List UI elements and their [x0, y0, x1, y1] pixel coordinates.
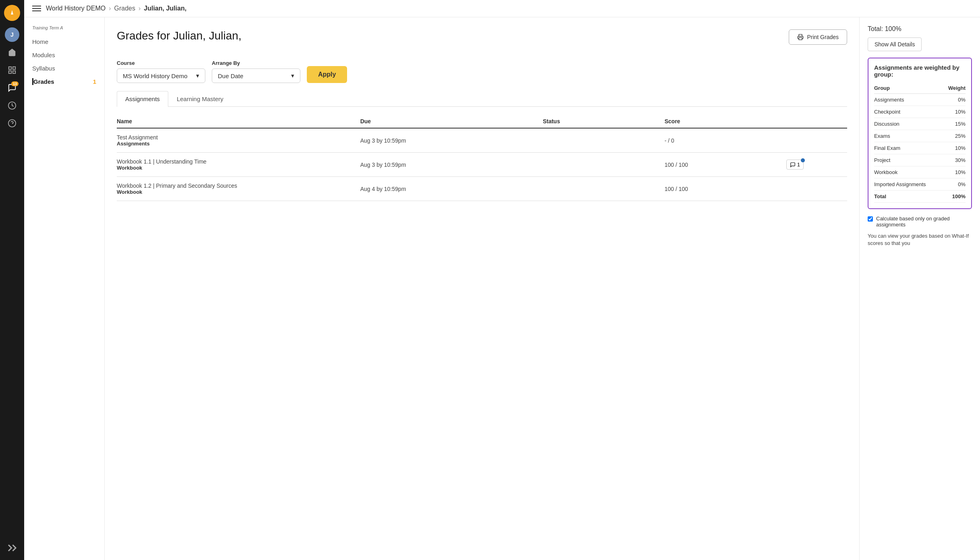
apply-button[interactable]: Apply	[307, 66, 347, 83]
svg-rect-2	[9, 67, 11, 69]
weights-col-weight: Weight	[943, 83, 966, 94]
modules-nav-icon[interactable]	[5, 63, 19, 77]
weights-table-row: Exams25%	[874, 130, 966, 142]
course-filter-chevron: ▾	[196, 72, 199, 79]
assignment-name-cell: Workbook 1.2 | Primary and Secondary Sou…	[117, 183, 360, 195]
show-all-details-button[interactable]: Show All Details	[868, 37, 922, 51]
breadcrumb-course[interactable]: World History DEMO	[46, 5, 105, 12]
weights-table: Group Weight Assignments0%Checkpoint10%D…	[874, 83, 966, 203]
filters: Course MS World History Demo ▾ Arrange B…	[117, 60, 847, 83]
sidebar-item-syllabus[interactable]: Syllabus	[24, 62, 104, 75]
table-row: Workbook 1.1 | Understanding Time Workbo…	[117, 153, 847, 177]
weights-group: Workbook	[874, 166, 943, 178]
term-label: Training Term A	[24, 24, 104, 35]
sidebar-collapse-button[interactable]	[5, 541, 19, 555]
calc-checkbox-input[interactable]	[868, 216, 873, 222]
arrange-filter-label: Arrange By	[212, 60, 300, 66]
weights-col-group: Group	[874, 83, 943, 94]
sidebar-item-home[interactable]: Home	[24, 35, 104, 48]
home-nav-icon[interactable]	[5, 45, 19, 60]
arrange-filter-chevron: ▾	[291, 72, 294, 79]
course-filter-group: Course MS World History Demo ▾	[117, 60, 205, 83]
score-cell: 100 / 100	[665, 186, 786, 192]
weights-box: Assignments are weighted by group: Group…	[868, 58, 972, 209]
help-nav-icon[interactable]	[5, 116, 19, 131]
sidebar: J 13	[0, 0, 24, 560]
breadcrumb-section[interactable]: Grades	[114, 5, 135, 12]
assignment-group: Assignments	[117, 141, 360, 147]
calc-checkbox-label: Calculate based only on graded assignmen…	[876, 216, 972, 228]
weights-table-row: Discussion15%	[874, 118, 966, 130]
col-score: Score	[665, 118, 786, 124]
weights-table-row: Imported Assignments0%	[874, 178, 966, 191]
comment-icon	[790, 162, 796, 168]
course-filter-select[interactable]: MS World History Demo ▾	[117, 68, 205, 83]
weights-table-row: Workbook10%	[874, 166, 966, 178]
arrange-filter-select[interactable]: Due Date ▾	[212, 68, 300, 83]
assignment-name[interactable]: Test Assignment	[117, 134, 360, 141]
what-if-text: You can view your grades based on What-I…	[868, 232, 972, 247]
page-title: Grades for Julian, Julian,	[117, 29, 242, 42]
comment-dot	[801, 158, 805, 162]
print-grades-button[interactable]: Print Grades	[789, 29, 847, 45]
main-content: Grades for Julian, Julian, Print Grades …	[105, 17, 859, 560]
weights-table-row: Assignments0%	[874, 94, 966, 106]
sidebar-item-modules[interactable]: Modules	[24, 48, 104, 62]
weights-table-row: Checkpoint10%	[874, 106, 966, 118]
sidebar-item-grades-row: Grades 1	[24, 75, 104, 88]
col-due: Due	[360, 118, 543, 124]
weights-group: Checkpoint	[874, 106, 943, 118]
inbox-badge: 13	[11, 81, 19, 86]
score-cell: - / 0	[665, 137, 786, 144]
assignment-name-cell: Test Assignment Assignments	[117, 134, 360, 147]
breadcrumb-current: Julian, Julian,	[144, 5, 186, 12]
weights-weight: 10%	[943, 142, 966, 154]
total-label: Total: 100%	[868, 25, 972, 33]
weights-table-row: Total100%	[874, 191, 966, 203]
due-date: Aug 4 by 10:59pm	[360, 186, 543, 192]
weights-weight: 0%	[943, 94, 966, 106]
comment-count: 1	[797, 162, 800, 168]
score-cell: 100 / 100	[665, 162, 786, 168]
weights-group: Exams	[874, 130, 943, 142]
content-wrapper: Training Term A Home Modules Syllabus Gr…	[24, 17, 980, 560]
weights-weight: 30%	[943, 154, 966, 166]
assignment-name-cell: Workbook 1.1 | Understanding Time Workbo…	[117, 158, 360, 171]
comment-button[interactable]: 1	[786, 160, 804, 170]
tab-assignments[interactable]: Assignments	[117, 91, 168, 107]
hamburger-menu[interactable]	[32, 6, 41, 11]
table-row: Workbook 1.2 | Primary and Secondary Sou…	[117, 177, 847, 201]
course-filter-label: Course	[117, 60, 205, 66]
print-icon	[797, 34, 804, 40]
assignment-name[interactable]: Workbook 1.2 | Primary and Secondary Sou…	[117, 183, 360, 189]
due-date: Aug 3 by 10:59pm	[360, 137, 543, 144]
history-nav-icon[interactable]	[5, 98, 19, 113]
print-button-label: Print Grades	[807, 34, 839, 40]
weights-table-row: Final Exam10%	[874, 142, 966, 154]
tabs: Assignments Learning Mastery	[117, 91, 847, 107]
grades-table: Name Due Status Score Test Assignment As…	[117, 115, 847, 201]
svg-rect-1	[11, 14, 13, 15]
tab-learning-mastery[interactable]: Learning Mastery	[168, 91, 232, 106]
user-avatar[interactable]: J	[5, 27, 19, 42]
sidebar-item-grades[interactable]: Grades	[32, 78, 54, 85]
inbox-nav-icon[interactable]: 13	[5, 81, 19, 95]
topnav: World History DEMO › Grades › Julian, Ju…	[24, 0, 980, 17]
assignment-group: Workbook	[117, 165, 360, 171]
weights-group: Total	[874, 191, 943, 203]
breadcrumb: World History DEMO › Grades › Julian, Ju…	[46, 5, 186, 12]
weights-weight: 10%	[943, 106, 966, 118]
col-status: Status	[543, 118, 664, 124]
weights-weight: 15%	[943, 118, 966, 130]
assignment-name[interactable]: Workbook 1.1 | Understanding Time	[117, 158, 360, 165]
calc-checkbox-row: Calculate based only on graded assignmen…	[868, 216, 972, 228]
col-actions	[786, 118, 847, 124]
main-wrapper: World History DEMO › Grades › Julian, Ju…	[24, 0, 980, 560]
actions-cell: 1	[786, 160, 847, 170]
col-name: Name	[117, 118, 360, 124]
weights-weight: 100%	[943, 191, 966, 203]
svg-rect-4	[9, 71, 11, 73]
app-logo[interactable]	[4, 5, 20, 21]
weights-weight: 10%	[943, 166, 966, 178]
svg-rect-9	[799, 37, 802, 39]
